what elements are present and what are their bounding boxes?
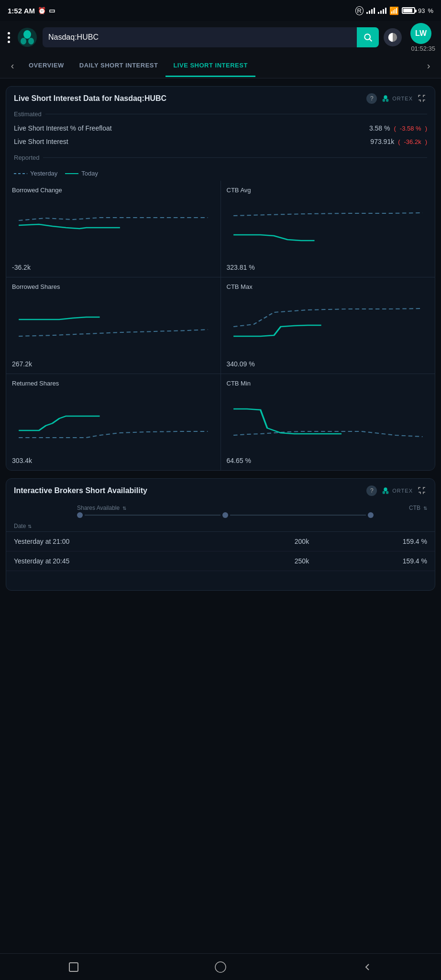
clock-display: 01:52:35 <box>407 45 435 52</box>
returned-shares-canvas <box>12 390 215 454</box>
ctb-col-header: CTB <box>409 505 420 511</box>
live-short-interest-freefloat-row: Live Short Interest % of Freefloat 3.58 … <box>6 121 435 135</box>
svg-point-9 <box>384 487 387 491</box>
legend-yesterday: Yesterday <box>14 170 57 177</box>
ctb-avg-canvas <box>227 197 430 261</box>
search-input[interactable] <box>43 33 357 42</box>
svg-point-6 <box>384 95 387 99</box>
live-short-change: ( <box>398 138 400 145</box>
battery-icon <box>402 7 415 14</box>
charts-grid: Borrowed Change -36.2k CTB Avg <box>6 181 435 470</box>
card-header: Live Short Interest Data for Nasdaq:HUBC… <box>6 87 435 109</box>
tabs-container: OVERVIEW DAILY SHORT INTEREST LIVE SHORT… <box>21 55 420 77</box>
ctb-sort-icon[interactable]: ⇅ <box>423 506 427 511</box>
shares-cell-1: 200k <box>191 538 309 545</box>
svg-line-5 <box>370 39 372 42</box>
nav-back-button[interactable] <box>357 957 378 978</box>
date-sort-icon[interactable]: ⇅ <box>28 524 32 529</box>
status-bar: 1:52 AM ⏰ ▭ R 📶 93% <box>0 0 441 21</box>
reported-label: Reported <box>6 152 435 165</box>
tab-next-arrow[interactable]: › <box>420 57 437 75</box>
returned-shares-title: Returned Shares <box>12 380 59 387</box>
borrowed-change-canvas <box>12 197 215 261</box>
ib-card-icons: ? ORTEX <box>366 485 427 496</box>
ctb-cell-2: 159.4 % <box>309 557 427 565</box>
freefloat-label: Live Short Interest % of Freefloat <box>14 124 112 132</box>
ortex-logo: ORTEX <box>381 94 413 103</box>
ib-card-title: Interactive Brokers Short Availability <box>14 486 147 495</box>
registered-icon: R <box>355 6 364 15</box>
user-avatar[interactable]: LW <box>410 23 431 44</box>
card-header-icons: ? ORTEX <box>366 93 427 104</box>
window-icon: ▭ <box>49 7 55 14</box>
app-logo <box>17 27 38 48</box>
status-right-icons: R 📶 93% <box>355 6 433 15</box>
card-title: Live Short Interest Data for Nasdaq:HUBC <box>14 94 166 103</box>
borrowed-shares-canvas <box>12 293 215 357</box>
returned-shares-chart[interactable]: Returned Shares 303.4k <box>6 374 220 470</box>
tab-overview[interactable]: OVERVIEW <box>21 55 72 77</box>
live-short-label: Live Short Interest <box>14 138 68 145</box>
search-bar[interactable] <box>43 27 379 47</box>
tab-daily-short-interest[interactable]: DAILY SHORT INTEREST <box>72 55 166 77</box>
svg-rect-12 <box>69 963 78 971</box>
svg-point-7 <box>383 99 385 101</box>
search-button[interactable] <box>357 27 379 47</box>
shares-col-header: Shares Available <box>77 505 120 511</box>
ib-help-icon[interactable]: ? <box>366 485 377 496</box>
svg-point-11 <box>386 491 388 494</box>
menu-button[interactable] <box>6 30 12 45</box>
svg-point-10 <box>383 491 385 494</box>
ctb-cell-1: 159.4 % <box>309 538 427 545</box>
date-cell-1: Yesterday at 21:00 <box>14 538 191 545</box>
borrowed-shares-title: Borrowed Shares <box>12 283 60 290</box>
svg-point-3 <box>28 38 34 44</box>
live-short-interest-row: Live Short Interest 973.91k (-36.2k) <box>6 135 435 148</box>
legend-today: Today <box>65 170 98 177</box>
ctb-min-canvas <box>227 390 430 454</box>
ctb-max-canvas <box>227 293 430 357</box>
ib-card-header: Interactive Brokers Short Availability ?… <box>6 479 435 501</box>
estimated-label: Estimated <box>6 109 435 121</box>
ctb-min-title: CTB Min <box>227 380 251 387</box>
live-short-value: 973.91k (-36.2k) <box>370 138 427 145</box>
table-row: Yesterday at 20:45 250k 159.4 % <box>6 551 435 571</box>
ctb-avg-chart[interactable]: CTB Avg 323.81 % <box>221 181 435 277</box>
returned-shares-value: 303.4k <box>12 457 32 464</box>
status-time: 1:52 AM ⏰ ▭ <box>8 7 55 15</box>
date-col-header: Date <box>14 523 26 529</box>
ib-availability-card: Interactive Brokers Short Availability ?… <box>6 478 435 591</box>
freefloat-value: 3.58 % (-3.58 %) <box>369 124 427 132</box>
shares-sort-icon[interactable]: ⇅ <box>122 506 126 511</box>
chart-legend: Yesterday Today <box>6 165 435 181</box>
theme-toggle[interactable] <box>384 28 402 46</box>
table-row: Yesterday at 21:00 200k 159.4 % <box>6 532 435 551</box>
svg-point-2 <box>21 38 26 44</box>
svg-point-1 <box>23 30 31 39</box>
date-cell-2: Yesterday at 20:45 <box>14 557 191 565</box>
ctb-max-title: CTB Max <box>227 283 253 290</box>
bottom-nav <box>0 953 441 980</box>
expand-icon[interactable] <box>417 93 427 104</box>
svg-point-8 <box>386 99 388 101</box>
ctb-min-chart[interactable]: CTB Min 64.65 % <box>221 374 435 470</box>
live-short-interest-card: Live Short Interest Data for Nasdaq:HUBC… <box>6 86 435 471</box>
nav-home-button[interactable] <box>210 957 231 978</box>
help-icon[interactable]: ? <box>366 93 377 104</box>
tab-bar: ‹ OVERVIEW DAILY SHORT INTEREST LIVE SHO… <box>0 54 441 78</box>
signal-bars-2 <box>378 7 386 14</box>
today-line <box>65 173 78 174</box>
tab-prev-arrow[interactable]: ‹ <box>4 57 21 75</box>
shares-cell-2: 250k <box>191 557 309 565</box>
signal-bars <box>366 7 375 14</box>
alarm-icon: ⏰ <box>38 7 46 14</box>
ctb-max-chart[interactable]: CTB Max 340.09 % <box>221 277 435 374</box>
borrowed-change-value: -36.2k <box>12 264 31 271</box>
ib-expand-icon[interactable] <box>417 485 427 496</box>
wifi-icon: 📶 <box>389 6 399 15</box>
tab-live-short-interest[interactable]: LIVE SHORT INTEREST <box>165 55 255 77</box>
borrowed-change-chart[interactable]: Borrowed Change -36.2k <box>6 181 220 277</box>
borrowed-shares-chart[interactable]: Borrowed Shares 267.2k <box>6 277 220 374</box>
nav-square-button[interactable] <box>63 957 84 978</box>
borrowed-shares-value: 267.2k <box>12 360 32 368</box>
